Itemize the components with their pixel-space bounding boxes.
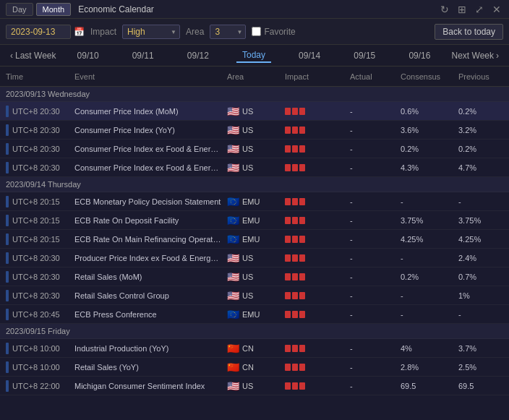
table-row[interactable]: UTC+8 20:30Retail Sales (MoM)🇺🇸US-0.2%0.… [0,267,509,286]
back-to-today-button[interactable]: Back to today [435,24,503,40]
impact-bars [285,382,344,390]
impact-bars [285,127,344,134]
impact-bar [285,311,291,318]
table-row[interactable]: UTC+8 20:30Retail Sales Control Group🇺🇸U… [0,286,509,305]
time-value: UTC+8 20:30 [12,107,60,116]
time-value: UTC+8 20:30 [12,273,60,281]
impact-bar [285,364,291,371]
table-row[interactable]: UTC+8 20:30Consumer Price Index (YoY)🇺🇸U… [0,121,509,140]
cell-consensus: 3.75% [398,216,455,225]
impact-bar [292,254,298,262]
cell-time: UTC+8 20:15 [3,233,72,245]
favorite-filter[interactable]: Favorite [252,27,295,37]
cell-time: UTC+8 20:15 [3,196,72,207]
tab-day[interactable]: Day [6,3,33,16]
time-value: UTC+8 20:15 [12,216,60,225]
impact-bar [292,145,298,153]
cell-time: UTC+8 20:45 [3,309,72,320]
cell-previous: 0.2% [455,145,506,153]
impact-bar [285,236,291,243]
cell-previous: 3.2% [455,126,506,134]
next-week-button[interactable]: Next Week › [448,49,503,62]
week-day-09-14[interactable]: 09/14 [293,49,326,62]
week-day-09-12[interactable]: 09/12 [181,49,215,62]
favorite-checkbox[interactable] [252,27,261,36]
cell-consensus: - [398,291,455,300]
impact-label: Impact [90,27,116,37]
area-flag: 🇨🇳 [227,361,239,373]
cell-event: ECB Rate On Deposit Facility [72,216,224,225]
cell-previous: 4.7% [455,163,506,172]
table-row[interactable]: UTC+8 20:30Producer Price Index ex Food … [0,249,509,267]
expand-icon[interactable]: ⤢ [473,4,486,15]
cell-event: Michigan Consumer Sentiment Index [72,382,224,390]
impact-select[interactable]: High Medium Low [122,25,180,39]
week-day-09-16[interactable]: 09/16 [403,49,436,62]
table-row[interactable]: UTC+8 20:30Consumer Price Index ex Food … [0,140,509,158]
column-header-impact: Impact [282,72,347,81]
table-row[interactable]: UTC+8 10:00Industrial Production (YoY)🇨🇳… [0,339,509,358]
cell-impact [282,198,347,205]
cell-area: 🇪🇺EMU [224,309,282,320]
week-day-09-15[interactable]: 09/15 [348,49,381,62]
table-container[interactable]: 2023/09/13 WednesdayUTC+8 20:30Consumer … [0,87,509,417]
impact-bar [299,345,305,352]
column-header-previous: Previous [455,72,506,81]
cell-time: UTC+8 20:15 [3,215,72,226]
table-row[interactable]: UTC+8 20:30Consumer Price Index ex Food … [0,158,509,177]
cell-actual: - [347,163,398,172]
cell-previous: 69.5 [455,382,506,390]
impact-bar [285,382,291,390]
cell-previous: - [455,310,506,319]
table-row[interactable]: UTC+8 20:30Consumer Price Index (MoM)🇺🇸U… [0,102,509,121]
prev-week-button[interactable]: ‹ Last Week [6,49,60,62]
cell-impact [282,292,347,299]
week-day-09-11[interactable]: 09/11 [127,49,160,62]
table-row[interactable]: UTC+8 20:45ECB Press Conference🇪🇺EMU--- [0,305,509,324]
area-select[interactable]: 3 1 2 [210,25,246,39]
grid-icon[interactable]: ⊞ [455,4,469,15]
tab-month[interactable]: Month [36,3,72,16]
table-row[interactable]: UTC+8 20:15ECB Monetary Policy Decision … [0,192,509,211]
area-name: US [242,126,253,134]
cell-previous: 0.7% [455,273,506,281]
area-flag: 🇺🇸 [227,143,239,155]
table-row[interactable]: UTC+8 20:15ECB Rate On Main Refinancing … [0,230,509,249]
impact-bars [285,292,344,299]
cell-actual: - [347,216,398,225]
row-indicator [6,343,9,354]
column-header-time: Time [3,72,72,81]
impact-bar [285,217,291,224]
time-value: UTC+8 20:30 [12,291,60,300]
area-flag: 🇪🇺 [227,309,239,320]
cell-event: Consumer Price Index ex Food & Energy (M… [72,145,224,153]
table-row[interactable]: UTC+8 22:00Michigan Consumer Sentiment I… [0,377,509,395]
table-row[interactable]: UTC+8 20:15ECB Rate On Deposit Facility🇪… [0,211,509,230]
table-row[interactable]: UTC+8 10:00Retail Sales (YoY)🇨🇳CN-2.8%2.… [0,358,509,377]
chevron-left-icon: ‹ [10,51,13,61]
cell-event: Consumer Price Index (MoM) [72,107,224,116]
impact-bar [292,311,298,318]
cell-impact [282,164,347,171]
impact-bars [285,345,344,352]
cell-consensus: - [398,310,455,319]
calendar-icon[interactable]: 📅 [74,27,85,37]
row-indicator [6,196,9,207]
section-header: 2023/09/15 Friday [0,324,509,339]
cell-area: 🇺🇸US [224,380,282,392]
chevron-right-icon: › [496,51,499,61]
refresh-icon[interactable]: ↻ [438,4,451,15]
area-select-wrapper: 3 1 2 [210,25,246,39]
time-value: UTC+8 10:00 [12,344,60,353]
date-input[interactable] [6,25,71,39]
cell-area: 🇺🇸US [224,271,282,283]
week-day-09-10[interactable]: 09/10 [72,49,105,62]
close-icon[interactable]: ✕ [490,4,503,15]
cell-time: UTC+8 20:30 [3,124,72,136]
cell-area: 🇺🇸US [224,290,282,301]
impact-bar [285,145,291,153]
cell-event: Consumer Price Index (YoY) [72,126,224,134]
area-flag: 🇺🇸 [227,380,239,392]
week-day-today[interactable]: Today [236,48,271,63]
cell-previous: - [455,197,506,206]
